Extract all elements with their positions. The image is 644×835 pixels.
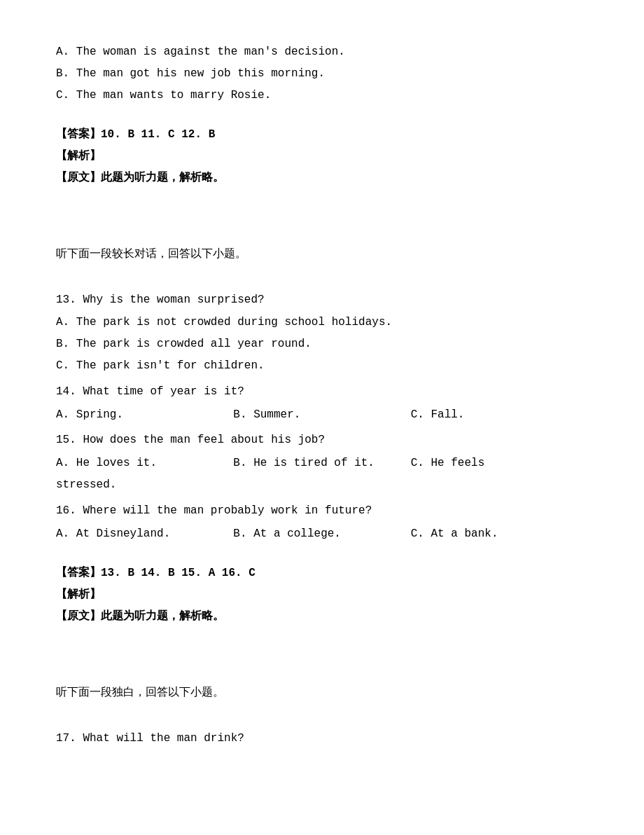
q16-option-c: C. At a bank.	[411, 524, 588, 544]
q13-option-c: C. The park isn't for children.	[56, 356, 588, 376]
q15-option-c-post: stressed.	[56, 475, 588, 495]
q14: 14. What time of year is it?	[56, 382, 588, 402]
q13-option-a: A. The park is not crowded during school…	[56, 312, 588, 333]
q17: 17. What will the man drink?	[56, 729, 588, 749]
analysis-label-1: 【解析】	[56, 146, 588, 167]
q16-option-a: A. At Disneyland.	[56, 524, 233, 544]
option-a1: A. The woman is against the man's decisi…	[56, 42, 588, 62]
q16-option-b: B. At a college.	[233, 524, 410, 544]
source-1: 【原文】此题为听力题，解析略。	[56, 168, 588, 188]
q15-option-a: A. He loves it.	[56, 453, 233, 474]
q15-option-c-pre: C. He feels	[411, 453, 588, 474]
option-c1: C. The man wants to marry Rosie.	[56, 85, 588, 106]
source-2: 【原文】此题为听力题，解析略。	[56, 607, 588, 627]
q14-option-c: C. Fall.	[411, 405, 588, 425]
q14-option-a: A. Spring.	[56, 405, 233, 425]
q13: 13. Why is the woman surprised?	[56, 290, 588, 310]
q16: 16. Where will the man probably work in …	[56, 501, 588, 521]
answer-2: 【答案】13. B 14. B 15. A 16. C	[56, 563, 588, 584]
q15: 15. How does the man feel about his job?	[56, 430, 588, 450]
q15-option-b: B. He is tired of it.	[233, 453, 410, 474]
analysis-label-2: 【解析】	[56, 585, 588, 605]
section2-heading: 听下面一段较长对话，回答以下小题。	[56, 244, 588, 265]
q13-option-b: B. The park is crowded all year round.	[56, 334, 588, 354]
section3-heading: 听下面一段独白，回答以下小题。	[56, 683, 588, 703]
answer-1: 【答案】10. B 11. C 12. B	[56, 125, 588, 145]
option-b1: B. The man got his new job this morning.	[56, 64, 588, 84]
q14-option-b: B. Summer.	[233, 405, 410, 425]
